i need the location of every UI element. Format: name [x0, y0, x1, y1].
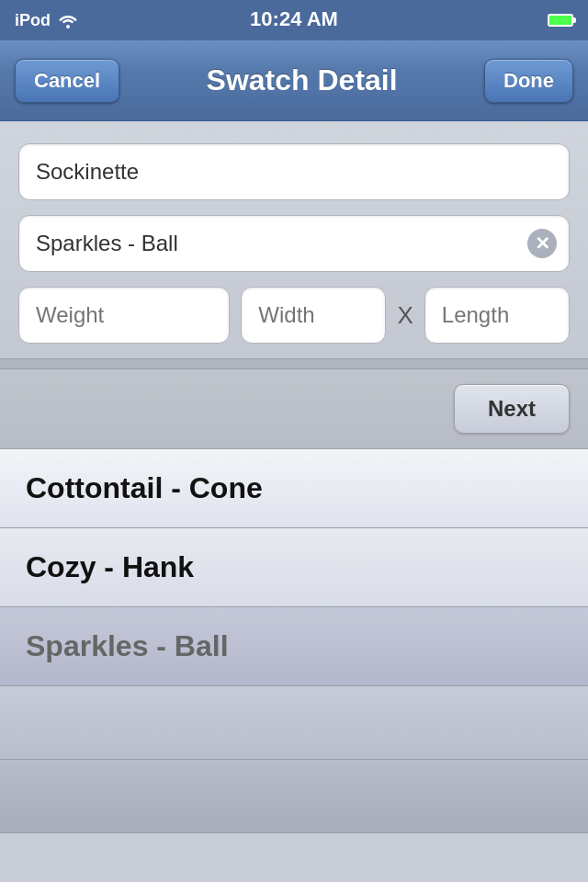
picker-item-sparkles[interactable]: Sparkles - Ball [0, 607, 588, 686]
svg-point-0 [66, 25, 70, 28]
status-left: iPod [15, 11, 78, 30]
picker-item-label: Sparkles - Ball [26, 629, 229, 662]
status-bar: iPod 10:24 AM [0, 0, 588, 40]
picker-list: Cottontail - Cone Cozy - Hank Sparkles -… [0, 449, 588, 833]
picker-item-empty-1 [0, 686, 588, 760]
length-input[interactable] [424, 287, 570, 344]
wifi-icon [58, 12, 78, 28]
yarn-input-wrapper: ✕ [18, 215, 570, 272]
picker-item-cozy[interactable]: Cozy - Hank [0, 528, 588, 607]
separator [0, 358, 588, 369]
device-label: iPod [15, 11, 51, 30]
status-time: 10:24 AM [250, 7, 338, 31]
clear-yarn-button[interactable]: ✕ [527, 229, 557, 258]
picker-item-cottontail[interactable]: Cottontail - Cone [0, 449, 588, 528]
name-input[interactable] [18, 143, 570, 200]
picker-item-label: Cozy - Hank [26, 550, 194, 583]
picker-item-label: Cottontail - Cone [26, 471, 263, 504]
cancel-button[interactable]: Cancel [15, 59, 119, 103]
dimensions-row: X [18, 287, 570, 344]
clear-icon: ✕ [535, 232, 550, 254]
yarn-input[interactable] [18, 215, 570, 272]
status-right [548, 14, 573, 27]
next-button[interactable]: Next [454, 384, 570, 434]
x-separator-label: X [397, 301, 413, 330]
done-button[interactable]: Done [484, 59, 573, 103]
weight-input[interactable] [18, 287, 230, 344]
nav-bar: Cancel Swatch Detail Done [0, 40, 588, 121]
next-area: Next [0, 369, 588, 449]
picker-item-empty-2 [0, 760, 588, 833]
page-title: Swatch Detail [207, 63, 398, 97]
width-input[interactable] [241, 287, 386, 344]
battery-icon [548, 14, 573, 27]
picker-area: Cottontail - Cone Cozy - Hank Sparkles -… [0, 449, 588, 833]
form-area: ✕ X [0, 121, 588, 358]
